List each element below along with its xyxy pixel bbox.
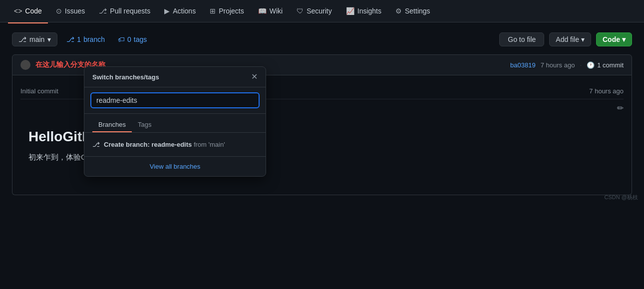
top-nav: <> Code ⊙ Issues ⎇ Pull requests ▶ Actio…	[0, 0, 644, 22]
branch-dropdown: Switch branches/tags ✕ Branches Tags ⎇ C…	[84, 66, 266, 177]
projects-icon: ⊞	[210, 7, 216, 15]
tag-count: 0	[127, 35, 131, 43]
history-icon: 🕐	[587, 61, 595, 69]
create-from: from 'main'	[194, 141, 225, 148]
commit-time: 7 hours ago	[541, 61, 575, 69]
create-branch-text: Create branch: readme-edits from 'main'	[104, 141, 225, 148]
nav-item-settings[interactable]: ⚙ Settings	[389, 3, 436, 19]
repo-bar: ⎇ main ▾ ⎇ 1 branch 🏷 0 tags Go to file …	[12, 32, 632, 46]
security-icon: 🛡	[297, 7, 304, 15]
branch-create-icon: ⎇	[92, 141, 100, 148]
create-branch-item[interactable]: ⎇ Create branch: readme-edits from 'main…	[84, 137, 266, 152]
file-time: 7 hours ago	[589, 87, 624, 95]
create-branch-name: readme-edits	[151, 141, 192, 148]
edit-icon[interactable]: ✏	[617, 103, 624, 113]
dropdown-body: ⎇ Create branch: readme-edits from 'main…	[84, 133, 266, 156]
tag-icon: 🏷	[118, 35, 125, 43]
nav-item-actions[interactable]: ▶ Actions	[158, 3, 202, 19]
commit-hash[interactable]: ba03819	[510, 61, 536, 69]
watermark: CSDN @杨枝	[605, 194, 638, 201]
code-dropdown-button[interactable]: Code ▾	[596, 32, 632, 46]
dropdown-title: Switch branches/tags	[92, 73, 159, 81]
insights-icon: 📈	[346, 7, 354, 15]
nav-label-pull-requests: Pull requests	[110, 7, 150, 15]
nav-label-code: Code	[25, 7, 41, 15]
dropdown-close-button[interactable]: ✕	[251, 73, 258, 81]
nav-label-wiki: Wiki	[270, 7, 283, 15]
chevron-down-icon: ▾	[47, 35, 51, 43]
dropdown-header: Switch branches/tags ✕	[84, 67, 266, 87]
chevron-down-icon-code: ▾	[622, 35, 626, 43]
nav-label-projects: Projects	[219, 7, 244, 15]
nav-label-security: Security	[307, 7, 332, 15]
initial-commit-text: Initial commit	[20, 87, 58, 95]
add-file-label: Add file	[556, 35, 579, 43]
pull-requests-icon: ⎇	[99, 7, 107, 15]
commit-avatar	[20, 60, 30, 70]
search-input-wrap	[84, 87, 266, 114]
wiki-icon: 📖	[258, 7, 267, 15]
nav-label-insights: Insights	[357, 7, 381, 15]
branch-selector-button[interactable]: ⎇ main ▾	[12, 32, 57, 46]
branch-count-link[interactable]: ⎇ 1 branch	[62, 33, 109, 46]
tag-count-link[interactable]: 🏷 0 tags	[114, 33, 151, 46]
tabs-row: Branches Tags	[84, 114, 266, 133]
commit-count: 🕐 1 commit	[587, 61, 624, 69]
nav-item-wiki[interactable]: 📖 Wiki	[252, 3, 289, 19]
add-file-button[interactable]: Add file ▾	[549, 32, 591, 46]
code-dropdown-label: Code	[603, 35, 620, 43]
nav-item-pull-requests[interactable]: ⎇ Pull requests	[93, 3, 156, 19]
view-all-branches-link[interactable]: View all branches	[84, 156, 266, 176]
branch-count: 1	[77, 35, 81, 43]
tab-tags[interactable]: Tags	[132, 118, 157, 132]
issues-icon: ⊙	[56, 7, 62, 15]
code-icon: <>	[14, 7, 22, 15]
branch-search-input[interactable]	[90, 92, 260, 108]
nav-item-issues[interactable]: ⊙ Issues	[50, 3, 91, 19]
actions-icon: ▶	[164, 7, 170, 15]
main-content: ⎇ main ▾ ⎇ 1 branch 🏷 0 tags Go to file …	[0, 22, 644, 205]
branch-label: branch	[83, 35, 105, 43]
nav-item-security[interactable]: 🛡 Security	[291, 3, 338, 19]
nav-label-issues: Issues	[65, 7, 85, 15]
settings-icon: ⚙	[395, 7, 402, 15]
nav-label-settings: Settings	[405, 7, 430, 15]
chevron-down-icon-add: ▾	[581, 35, 585, 43]
create-label: Create branch:	[104, 141, 151, 148]
branch-icon: ⎇	[18, 35, 26, 43]
branch-count-icon: ⎇	[66, 35, 74, 43]
tab-branches[interactable]: Branches	[92, 118, 132, 132]
tag-label: tags	[134, 35, 147, 43]
nav-item-insights[interactable]: 📈 Insights	[340, 3, 387, 19]
nav-label-actions: Actions	[173, 7, 196, 15]
branch-name: main	[29, 35, 44, 43]
commit-count-label: 1 commit	[597, 61, 624, 69]
nav-item-code[interactable]: <> Code	[8, 3, 48, 19]
nav-item-projects[interactable]: ⊞ Projects	[204, 3, 250, 19]
go-to-file-button[interactable]: Go to file	[499, 32, 544, 46]
